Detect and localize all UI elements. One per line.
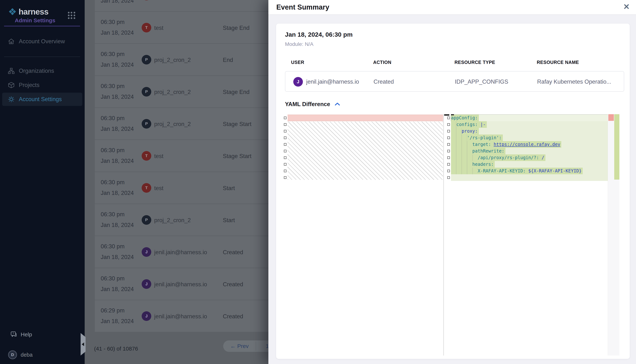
code-token: / xyxy=(542,155,544,160)
diff-cursor-tick xyxy=(451,114,454,115)
diff-line-marker xyxy=(284,143,286,146)
diff-right-pane-edge xyxy=(608,114,608,356)
code-link[interactable]: https://console.rafay.dev xyxy=(494,142,560,147)
diff-line-marker xyxy=(447,136,450,139)
diff-added-line: proxy: xyxy=(451,128,608,134)
code-token: /api/proxy/rs-plugin/?: xyxy=(478,155,539,160)
diff-line-marker xyxy=(284,170,286,172)
yaml-difference-label: YAML Difference xyxy=(285,101,330,108)
audit-action: Created xyxy=(373,78,394,85)
yaml-diff-view: appConfig: configs: |- proxy: '/rs-plugi… xyxy=(284,114,620,356)
modal-backdrop[interactable] xyxy=(0,0,268,364)
code-token: pathRewrite: xyxy=(472,148,504,154)
diff-line-marker xyxy=(284,123,286,126)
diff-line-marker xyxy=(284,130,286,132)
diff-line-marker xyxy=(447,163,450,166)
indent-guides xyxy=(451,128,462,134)
diff-added-line: headers: xyxy=(451,161,608,168)
code-token: target: xyxy=(472,142,491,147)
diff-added-line: '/rs-plugin': xyxy=(451,134,608,141)
indent-guides xyxy=(451,134,467,141)
event-summary-card: Jan 18, 2024, 06:30 pm Module: N/A USER … xyxy=(276,24,630,359)
diff-pane-divider xyxy=(444,114,444,356)
code-token xyxy=(539,155,542,160)
audit-detail-row: J jenil.jain@harness.io Created IDP_APP_… xyxy=(285,71,624,92)
column-header-user: USER xyxy=(291,60,304,65)
close-icon[interactable]: ✕ xyxy=(623,2,630,12)
diff-line-marker xyxy=(447,150,450,152)
diff-overview-ruler[interactable] xyxy=(608,114,619,356)
column-header-action: ACTION xyxy=(373,60,391,65)
overview-removed-marker xyxy=(608,114,614,121)
code-token: |- xyxy=(480,122,486,127)
diff-line-marker xyxy=(447,123,450,126)
indent-guides xyxy=(451,154,478,161)
overview-added-marker xyxy=(614,114,619,180)
indent-guides xyxy=(451,161,472,168)
indent-guides xyxy=(451,141,472,148)
event-summary-drawer: Event Summary ✕ Jan 18, 2024, 06:30 pm M… xyxy=(268,0,636,364)
column-header-resource-name: RESOURCE NAME xyxy=(537,60,579,65)
indent-guides xyxy=(451,121,456,128)
diff-line-marker xyxy=(447,170,450,172)
diff-added-line xyxy=(451,174,608,181)
code-token: X-RAFAY-API-KEYID: xyxy=(478,168,526,174)
code-token: proxy: xyxy=(462,128,478,134)
code-token: '/rs-plugin': xyxy=(467,135,502,140)
diff-line-marker xyxy=(447,116,450,119)
drawer-title: Event Summary xyxy=(276,3,329,11)
drawer-header: Event Summary ✕ xyxy=(268,0,636,15)
diff-line-marker xyxy=(447,176,450,179)
code-token: headers: xyxy=(472,162,494,167)
user-avatar: J xyxy=(293,77,303,86)
code-token xyxy=(491,142,494,147)
diff-filler-hatch xyxy=(288,122,443,180)
diff-added-line: pathRewrite: xyxy=(451,148,608,154)
diff-line-marker xyxy=(284,150,286,152)
diff-line-marker xyxy=(284,176,286,179)
code-token: configs: xyxy=(456,122,478,127)
diff-divider-cap xyxy=(444,114,449,116)
diff-right-pane: appConfig: configs: |- proxy: '/rs-plugi… xyxy=(451,114,608,356)
diff-line-marker xyxy=(284,116,286,119)
diff-line-marker xyxy=(447,143,450,146)
event-module: Module: N/A xyxy=(285,41,313,47)
diff-line-marker xyxy=(284,156,286,159)
audit-user: jenil.jain@harness.io xyxy=(306,78,359,85)
diff-line-marker xyxy=(447,130,450,132)
code-token: appConfig: xyxy=(451,115,478,120)
indent-guides xyxy=(451,148,472,154)
diff-added-line: /api/proxy/rs-plugin/?: / xyxy=(451,154,608,161)
audit-resource-name: Rafay Kubernetes Operatio... xyxy=(537,78,611,85)
diff-line-marker xyxy=(284,136,286,139)
diff-added-line: configs: |- xyxy=(451,121,608,128)
diff-left-pane xyxy=(288,114,444,356)
column-header-resource-type: RESOURCE TYPE xyxy=(455,60,495,65)
code-token xyxy=(526,168,528,174)
code-token xyxy=(478,122,480,127)
event-datetime: Jan 18, 2024, 06:30 pm xyxy=(285,31,353,38)
chevron-up-icon xyxy=(334,102,340,106)
indent-guides xyxy=(451,168,478,174)
diff-line-marker xyxy=(447,156,450,159)
yaml-difference-toggle[interactable]: YAML Difference xyxy=(285,101,340,108)
code-token: ${X-RAFAY-API-KEYID} xyxy=(528,168,582,174)
diff-line-marker xyxy=(284,163,286,166)
diff-added-line: appConfig: xyxy=(451,114,608,121)
diff-added-line: target: https://console.rafay.dev xyxy=(451,141,608,148)
diff-added-line: X-RAFAY-API-KEYID: ${X-RAFAY-API-KEYID} xyxy=(451,168,608,174)
audit-resource-type: IDP_APP_CONFIGS xyxy=(455,78,508,85)
diff-removed-line xyxy=(288,114,443,121)
